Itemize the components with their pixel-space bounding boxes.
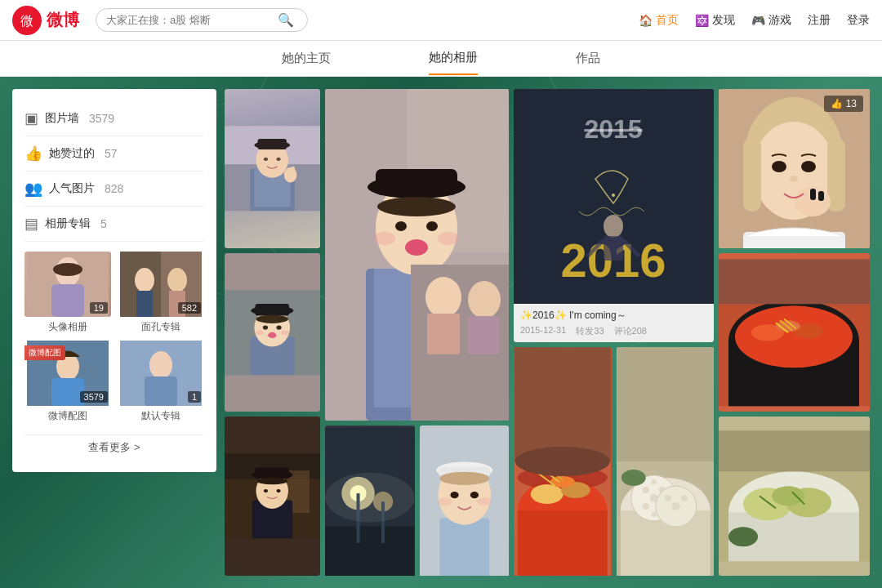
logo-area: 微 微博 [12, 6, 79, 35]
liked-count: 57 [105, 147, 118, 160]
photo-girl-headband-bg [420, 425, 510, 576]
food-photos-row [514, 347, 714, 576]
liked-icon: 👍 [24, 145, 42, 163]
nav-register[interactable]: 注册 [808, 13, 831, 28]
albums-label: 相册专辑 [45, 216, 91, 231]
svg-rect-105 [518, 510, 608, 576]
album-default-thumb[interactable]: 1 [118, 341, 204, 406]
svg-rect-7 [51, 284, 84, 317]
sidebar-photo-wall[interactable]: ▣ 图片墙 3579 [24, 101, 204, 136]
photo-girl-hat-3-art [225, 416, 320, 576]
nav-games[interactable]: 🎮 游戏 [751, 13, 791, 28]
svg-point-90 [450, 492, 458, 498]
col-2016-photos: 2015 2016 [514, 89, 714, 576]
album-default[interactable]: 1 默认专辑 [118, 341, 204, 423]
logo-text: 微博 [47, 9, 79, 31]
svg-point-54 [264, 489, 268, 492]
photo-girl-closeup[interactable]: 👍 13 [719, 89, 870, 248]
svg-point-45 [281, 330, 289, 335]
photo-night-lights-bg [325, 425, 415, 576]
svg-point-83 [325, 473, 415, 523]
subnav-works[interactable]: 作品 [576, 42, 600, 74]
nav-login[interactable]: 登录 [847, 13, 870, 28]
svg-rect-136 [743, 138, 761, 212]
svg-rect-52 [255, 468, 289, 479]
svg-rect-39 [255, 304, 289, 316]
svg-point-71 [425, 277, 461, 318]
photo-girl-hat-2-art [225, 253, 320, 412]
photo-wall-count: 3579 [89, 112, 114, 125]
post-meta: 2015-12-31 转发33 评论208 [520, 325, 707, 337]
album-face-title: 面孔专辑 [118, 320, 204, 334]
svg-point-107 [531, 484, 564, 504]
svg-point-164 [728, 528, 758, 547]
nav-discover-label: 发现 [712, 13, 735, 28]
svg-point-97 [612, 194, 615, 197]
like-badge: 👍 13 [824, 96, 863, 112]
svg-point-68 [374, 232, 395, 245]
subnav-album[interactable]: 她的相册 [429, 42, 478, 75]
album-face-thumb[interactable]: 582 [118, 252, 204, 317]
popular-icon: 👥 [24, 180, 42, 198]
subnav: 她的主页 她的相册 作品 [0, 41, 882, 77]
nav-home[interactable]: 🏠 首页 [639, 13, 679, 28]
photo-spicy-food[interactable] [719, 253, 870, 412]
svg-point-19 [149, 351, 172, 379]
nav-games-label: 游戏 [768, 13, 791, 28]
album-weibo-img-thumb[interactable]: 微博配图 3579 [24, 341, 111, 406]
svg-rect-28 [258, 139, 287, 149]
subnav-home[interactable]: 她的主页 [282, 42, 331, 74]
svg-point-128 [664, 495, 670, 501]
svg-point-43 [268, 332, 276, 337]
like-thumb-icon: 👍 [831, 98, 843, 109]
discover-icon: 🔯 [695, 14, 709, 27]
like-count: 13 [846, 98, 857, 109]
photo-girl-hat-pout-large[interactable] [325, 89, 509, 421]
photo-food-dish[interactable] [719, 416, 870, 576]
see-more-button[interactable]: 查看更多 > [24, 434, 204, 460]
svg-point-161 [772, 487, 804, 506]
photo-night-lights[interactable] [325, 425, 415, 576]
photo-2016-large[interactable]: 2015 2016 [514, 89, 714, 342]
sidebar: ▣ 图片墙 3579 👍 她赞过的 57 👥 人气图片 828 ▤ 相册专辑 5 [12, 89, 216, 472]
svg-point-122 [642, 503, 648, 510]
svg-point-127 [671, 502, 679, 510]
svg-rect-155 [719, 259, 870, 304]
svg-point-125 [651, 512, 656, 517]
svg-rect-165 [719, 431, 870, 472]
photo-girl-closeup-art [719, 89, 870, 248]
svg-point-130 [621, 470, 645, 486]
search-icon[interactable]: 🔍 [278, 12, 294, 28]
sidebar-popular[interactable]: 👥 人气图片 828 [24, 172, 204, 207]
games-icon: 🎮 [751, 14, 765, 27]
photo-spicy-food-bg [719, 253, 870, 412]
svg-point-139 [801, 161, 816, 172]
photo-food-dish-art [719, 416, 870, 576]
sidebar-liked[interactable]: 👍 她赞过的 57 [24, 136, 204, 172]
svg-rect-143 [810, 189, 816, 200]
photo-spicy-food-art [719, 253, 870, 412]
album-weibo-img[interactable]: 微博配图 3579 微博配图 [24, 341, 111, 423]
svg-point-124 [651, 479, 656, 484]
album-face[interactable]: 582 面孔专辑 [118, 252, 204, 334]
photo-hotpot[interactable] [514, 347, 612, 576]
album-avatar[interactable]: 19 头像相册 [24, 252, 111, 334]
photo-girl-hat-1-bg [225, 89, 320, 248]
photo-girl-headband[interactable] [420, 425, 510, 576]
search-bar[interactable]: 🔍 [96, 8, 308, 32]
photo-girl-hat-2[interactable] [225, 253, 320, 412]
svg-point-55 [276, 489, 280, 492]
search-input[interactable] [106, 14, 278, 26]
photo-girl-hat-3[interactable] [225, 416, 320, 576]
post-comments: 评论208 [614, 325, 647, 337]
photo-lotus-root[interactable] [617, 347, 715, 576]
photo-hotpot-bg [514, 347, 612, 576]
sidebar-albums[interactable]: ▤ 相册专辑 5 [24, 207, 204, 242]
popular-label: 人气图片 [49, 181, 95, 196]
svg-point-89 [439, 472, 489, 485]
svg-rect-100 [604, 236, 623, 261]
nav-discover[interactable]: 🔯 发现 [695, 13, 735, 28]
album-avatar-thumb[interactable]: 19 [24, 252, 111, 317]
photo-girl-hat-1[interactable] [225, 89, 320, 248]
album-face-count: 582 [178, 302, 201, 314]
